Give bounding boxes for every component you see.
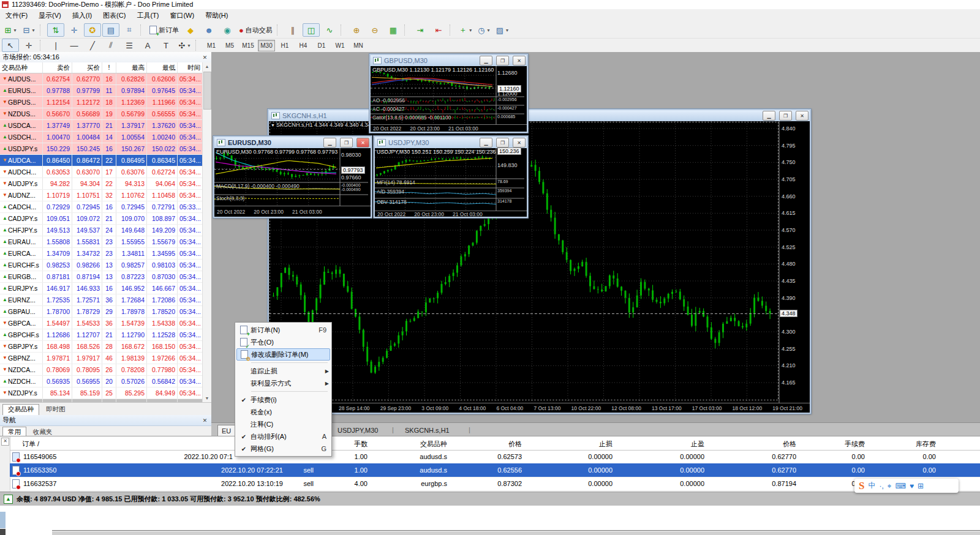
market-row-CADJPY.s[interactable]: ▲CADJPY.s109.051109.07221109.070108.8970… [0, 213, 203, 225]
close-icon[interactable]: ✕ [356, 138, 369, 148]
soft-keyboard-icon[interactable]: ⌨ [895, 482, 906, 490]
chart-window-titlebar[interactable]: SKGCNH.s,H1▁❐✕ [269, 110, 810, 121]
order-row-116549065[interactable]: 1165490652022.10.20 07:11.00audusd.s0.62… [10, 450, 980, 464]
menu-item-1[interactable]: 显示(V) [33, 10, 67, 21]
context-menu-item-profit-display-mode[interactable]: 获利显示方式▶ [235, 377, 331, 389]
market-watch-tab-symbols[interactable]: 交易品种 [2, 404, 39, 415]
market-watch-titlebar[interactable]: 市场报价: 05:34:16 ✕ [0, 52, 211, 63]
new-order-button[interactable]: +新订单 [148, 23, 181, 37]
chart-window-usdjpy[interactable]: USDJPY,M30▁❐✕MFI(14) 78.691478.69A/D 359… [374, 136, 528, 218]
dropdown-caret-icon[interactable]: ▾ [13, 28, 16, 33]
close-icon[interactable]: ✕ [513, 138, 526, 148]
chart-line-button[interactable]: ∿ [321, 23, 338, 37]
sogou-logo[interactable]: S [859, 480, 864, 492]
dropdown-caret-icon[interactable]: ▾ [488, 28, 490, 33]
chart-window-titlebar[interactable]: GBPUSD,M30▁❐✕ [371, 55, 527, 66]
order-row-116553350[interactable]: 1165533502022.10.20 07:22:21sell1.00audu… [10, 463, 980, 477]
market-row-GBPJPY.s[interactable]: ▼GBPJPY.s168.498168.52628168.672168.1500… [0, 341, 203, 353]
periods-button[interactable]: ◷▾ [475, 23, 492, 37]
chinese-mode-icon[interactable]: 中 [868, 481, 875, 491]
restore-icon[interactable]: ❐ [496, 138, 509, 148]
chart-candles-button[interactable]: ◫ [303, 23, 320, 37]
restore-icon[interactable]: ❐ [496, 56, 509, 65]
metaeditor-button[interactable]: ◆ [182, 23, 199, 37]
restore-icon[interactable]: ❐ [340, 138, 353, 148]
market-row-GBPCA...[interactable]: ▼GBPCA...1.544971.54533361.547391.543380… [0, 318, 203, 329]
chart-canvas[interactable]: MACD(8,17,9) -0.000400 -0.000490-0.00040… [214, 148, 371, 217]
market-row-AUDCA...[interactable]: ▼AUDCA...0.864500.86472220.864950.863450… [0, 155, 203, 166]
context-menu-item-close-order[interactable]: ✓平仓(O) [235, 336, 331, 348]
column-header[interactable]: 最高 [116, 62, 147, 73]
context-menu-item-grid[interactable]: ✔网格(G)G [235, 443, 331, 455]
dropdown-caret-icon[interactable]: ▾ [187, 43, 190, 48]
market-watch-tab-tick-chart[interactable]: 即时图 [40, 404, 71, 415]
trendline-button[interactable]: ╱ [84, 39, 101, 52]
timeframe-h4[interactable]: H4 [295, 40, 312, 51]
market-row-EURNZ...[interactable]: ▲EURNZ...1.725351.72571361.726841.720860… [0, 294, 203, 306]
chart-window-titlebar[interactable]: USDJPY,M30▁❐✕ [375, 137, 527, 148]
new-chart-button[interactable]: ⊞▾ [2, 23, 19, 37]
context-menu-item-taxes[interactable]: 税金(x) [235, 406, 331, 418]
context-menu-item-trailing-stop[interactable]: 追踪止损▶ [235, 365, 331, 377]
chart-window-eurusd[interactable]: EURUSD,M30▁❐✕MACD(8,17,9) -0.000400 -0.0… [213, 136, 372, 218]
vertical-line-button[interactable]: ∣ [47, 39, 64, 52]
chart-shift-button[interactable]: ⇤ [430, 23, 447, 37]
chart-tab-1[interactable]: USDJPY,M30 [334, 425, 382, 435]
menu-item-2[interactable]: 插入(I) [67, 10, 97, 21]
zoom-out-button[interactable]: ⊖ [366, 23, 383, 37]
close-icon[interactable]: ✕ [513, 56, 526, 65]
market-row-GBPCHF.s[interactable]: ▲GBPCHF.s1.126861.12707211.127901.125280… [0, 329, 203, 341]
strategy-tester-button[interactable]: ⌗ [121, 23, 138, 37]
context-menu-item-commissions[interactable]: ✔手续费(i) [235, 394, 331, 406]
legend-collapse-icon[interactable]: ▼ [271, 123, 276, 127]
data-window-button[interactable]: ✛ [66, 23, 83, 37]
menu-item-3[interactable]: 图表(C) [97, 10, 131, 21]
dropdown-caret-icon[interactable]: ▾ [32, 28, 34, 33]
market-row-CADCH...[interactable]: ▲CADCH...0.729290.72945160.729450.727910… [0, 201, 203, 213]
horizontal-line-button[interactable]: ― [66, 39, 83, 52]
indicators-button[interactable]: ＋▾ [457, 23, 474, 37]
chart-window-titlebar[interactable]: EURUSD,M30▁❐✕ [214, 137, 371, 148]
minimize-icon[interactable]: ▁ [480, 138, 492, 148]
input-method-bar[interactable]: S 中·,⌖⌨♥⊞ [854, 479, 959, 493]
market-watch-scrollbar[interactable]: ▲ ▼ [202, 62, 211, 403]
scroll-up-icon[interactable]: ▲ [203, 62, 211, 71]
market-row-EURAU...[interactable]: ▲EURAU...1.558081.55831231.559551.556790… [0, 236, 203, 248]
market-row-USDCA...[interactable]: ▲USDCA...1.377491.37770211.379171.376200… [0, 120, 203, 132]
column-header[interactable]: 订单 / [22, 438, 83, 450]
dropdown-caret-icon[interactable]: ▾ [469, 28, 472, 33]
market-row-EURGB...[interactable]: ▲EURGB...0.871810.87194130.872230.870300… [0, 271, 203, 283]
context-menu-item-modify-delete-order[interactable]: ⊘修改或删除订单(M) [236, 348, 330, 361]
mic-icon[interactable]: ⌖ [888, 482, 892, 490]
menu-item-5[interactable]: 窗口(W) [164, 10, 200, 21]
market-row-USDJPY.s[interactable]: ▲USDJPY.s150.229150.24516150.267150.0220… [0, 143, 203, 155]
column-header[interactable]: 卖价 [43, 62, 72, 73]
market-row-NZDCH...[interactable]: ▲NZDCH...0.569350.56955200.570260.568420… [0, 376, 203, 387]
arrows-button[interactable]: ✣▾ [176, 39, 193, 52]
market-watch-close-icon[interactable]: ✕ [201, 53, 209, 61]
minimize-icon[interactable]: ▁ [480, 56, 492, 65]
autotrading-button[interactable]: ●自动交易 [237, 23, 274, 37]
chart-tab-2[interactable]: SKGCNH.s,H1 [401, 425, 453, 435]
timeframe-m5[interactable]: M5 [221, 40, 238, 51]
skin-icon[interactable]: ♥ [910, 482, 914, 490]
timeframe-m15[interactable]: M15 [239, 40, 257, 51]
navigator-tab-1[interactable]: 收藏夹 [28, 427, 58, 436]
tile-windows-button[interactable]: ▦ [385, 23, 402, 37]
navigator-tab-0[interactable]: 常用 [2, 427, 26, 436]
market-row-GBPUS...[interactable]: ▼GBPUS...1.121541.12172181.123691.119660… [0, 97, 203, 108]
market-row-NZDCA...[interactable]: ▼NZDCA...0.780690.78095260.782080.779800… [0, 364, 203, 376]
order-row-116632537[interactable]: 1166325372022.10.20 13:10:19sell4.00eurg… [10, 477, 980, 491]
context-menu-item-comments[interactable]: 注释(C) [235, 418, 331, 430]
equidistant-channel-button[interactable]: ⫽ [102, 39, 119, 52]
chart-canvas[interactable]: AO -0.002956-0.002956AC -0.000427-0.0004… [371, 66, 527, 132]
chart-tab-0[interactable]: EU [217, 425, 235, 436]
text-label-button[interactable]: T [157, 39, 175, 52]
market-row-AUDNZ...[interactable]: ▼AUDNZ...1.107191.10751321.107621.104580… [0, 190, 203, 201]
text-button[interactable]: A [139, 39, 156, 52]
profiles-button[interactable]: ⊟▾ [20, 23, 37, 37]
chart-window-gbpusd[interactable]: GBPUSD,M30▁❐✕AO -0.002956-0.002956AC -0.… [369, 54, 528, 133]
menu-item-0[interactable]: 文件(F) [0, 10, 33, 21]
column-header[interactable]: 时间 [178, 62, 203, 73]
market-row-GBPAU...[interactable]: ▲GBPAU...1.787001.78729291.789781.785200… [0, 306, 203, 318]
